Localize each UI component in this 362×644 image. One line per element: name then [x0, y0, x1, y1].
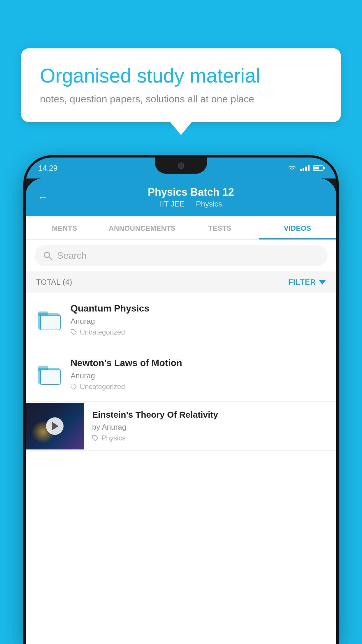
filter-button[interactable]: FILTER — [288, 278, 326, 287]
search-bar[interactable]: Search — [34, 245, 328, 266]
tag-icon — [71, 384, 77, 390]
camera-dot — [178, 162, 184, 169]
video-list: Quantum Physics Anurag Uncategorized — [26, 293, 336, 451]
video-title: Quantum Physics — [71, 303, 326, 314]
folder-icon-wrap — [36, 307, 62, 333]
video-info: Quantum Physics Anurag Uncategorized — [71, 303, 326, 336]
header-title-area: Physics Batch 12 IIT JEE Physics — [57, 186, 325, 209]
header-title: Physics Batch 12 — [57, 186, 325, 198]
signal-icon — [300, 165, 310, 171]
search-icon — [43, 251, 52, 260]
battery-icon — [313, 165, 324, 171]
wifi-icon — [288, 165, 296, 171]
tab-announcements[interactable]: ANNOUNCEMENTS — [103, 216, 181, 239]
header-subtitle-physics: Physics — [196, 200, 222, 208]
total-count-label: TOTAL (4) — [36, 278, 72, 287]
tag-icon — [71, 329, 77, 335]
list-item[interactable]: Einstein's Theory Of Relativity by Anura… — [26, 402, 336, 451]
back-button[interactable]: ← — [37, 191, 48, 204]
video-tag: Uncategorized — [71, 383, 326, 391]
filter-bar: TOTAL (4) FILTER — [26, 272, 336, 293]
header-subtitle: IIT JEE Physics — [57, 200, 325, 209]
folder-icon — [38, 364, 61, 385]
video-tag-text: Uncategorized — [80, 383, 125, 391]
search-bar-wrap: Search — [26, 240, 336, 272]
folder-icon-wrap — [36, 361, 62, 387]
speech-bubble-subtitle: notes, question papers, solutions all at… — [40, 93, 322, 105]
video-thumbnail — [26, 403, 84, 449]
video-tag-text: Uncategorized — [80, 328, 125, 336]
list-item[interactable]: Newton's Laws of Motion Anurag Uncategor… — [26, 347, 336, 402]
app-header: ← Physics Batch 12 IIT JEE Physics — [26, 178, 336, 216]
list-item[interactable]: Quantum Physics Anurag Uncategorized — [26, 293, 336, 347]
video-info: Newton's Laws of Motion Anurag Uncategor… — [71, 358, 326, 391]
svg-line-1 — [49, 257, 52, 260]
notch — [155, 158, 207, 174]
folder-icon — [38, 309, 61, 330]
status-icons — [288, 165, 324, 171]
video-title: Newton's Laws of Motion — [71, 358, 326, 368]
status-bar: 14:29 — [26, 158, 336, 178]
video-author: Anurag — [71, 317, 326, 326]
play-icon — [52, 422, 59, 430]
video-author: Anurag — [71, 371, 326, 380]
filter-icon — [319, 280, 326, 285]
tab-videos[interactable]: VIDEOS — [259, 216, 337, 239]
tabs-bar: MENTS ANNOUNCEMENTS TESTS VIDEOS — [26, 216, 336, 240]
search-input[interactable]: Search — [57, 250, 319, 261]
video-info: Einstein's Theory Of Relativity by Anura… — [84, 402, 336, 450]
tag-icon — [92, 435, 99, 441]
phone-frame: 14:29 ← — [26, 158, 336, 644]
tab-ments[interactable]: MENTS — [26, 216, 103, 239]
video-title: Einstein's Theory Of Relativity — [92, 410, 328, 420]
filter-label: FILTER — [288, 278, 316, 287]
status-time: 14:29 — [38, 164, 57, 173]
header-subtitle-iit: IIT JEE — [160, 200, 184, 208]
video-tag-text: Physics — [101, 434, 126, 442]
speech-bubble: Organised study material notes, question… — [21, 48, 341, 122]
play-button[interactable] — [46, 417, 64, 435]
video-tag: Uncategorized — [71, 328, 326, 336]
tab-tests[interactable]: TESTS — [181, 216, 259, 239]
speech-bubble-title: Organised study material — [40, 64, 322, 87]
video-tag: Physics — [92, 434, 328, 442]
phone-inner: ← Physics Batch 12 IIT JEE Physics MENTS… — [26, 178, 336, 644]
video-author: by Anurag — [92, 423, 328, 432]
